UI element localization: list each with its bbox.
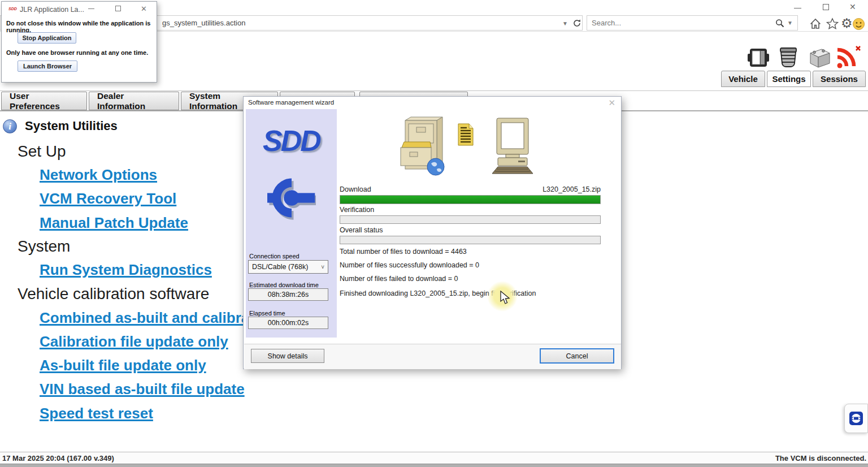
refresh-icon[interactable] (572, 19, 581, 28)
estimated-time-value: 08h:38m:26s (248, 288, 328, 301)
verification-progress-bar (340, 215, 601, 224)
launcher-title: JLR Application La... (20, 6, 84, 14)
file-cabinet-icon (395, 115, 452, 178)
download-label-row: Download L320_2005_15.zip (340, 185, 601, 193)
launcher-close-button[interactable]: ✕ (141, 5, 147, 13)
sdd-connector-logo (267, 172, 316, 223)
search-input[interactable] (587, 19, 775, 27)
browser-minimize-button[interactable] (794, 8, 801, 8)
launcher-minimize-button[interactable] (88, 8, 94, 9)
status-line-finished: Finished downloading L320_2005_15.zip, b… (340, 289, 536, 297)
download-progress-fill (340, 196, 600, 204)
overall-status-label: Overall status (340, 226, 383, 234)
status-line-total: Total number of files to download = 4463 (340, 248, 467, 256)
tab-user-preferences-label: User Preferences (10, 91, 79, 111)
section-heading-vehicle-calibration: Vehicle calibration software (18, 285, 209, 303)
bottom-edge-strip (0, 464, 868, 467)
search-box[interactable]: ▼ (587, 15, 798, 31)
link-run-system-diagnostics[interactable]: Run System Diagnostics (40, 261, 212, 279)
search-dropdown-icon[interactable]: ▼ (787, 20, 793, 26)
download-label: Download (340, 185, 371, 193)
remote-control-widget[interactable] (844, 404, 868, 433)
download-filename: L320_2005_15.zip (542, 185, 601, 193)
address-dropdown-icon[interactable]: ▼ (562, 20, 568, 27)
tab-user-preferences[interactable]: User Preferences (1, 92, 87, 110)
tab-dealer-information[interactable]: Dealer Information (89, 92, 179, 110)
tab-dealer-information-label: Dealer Information (97, 91, 171, 111)
link-as-built-file-update[interactable]: As-built file update only (40, 357, 206, 374)
status-bar: 17 Mar 2025 20:04 (167.00 v.349) The VCM… (0, 452, 868, 464)
settings-gear-icon[interactable]: ⚙ (841, 16, 853, 31)
section-heading-system: System (18, 237, 70, 256)
url-text: gs_system_utilities.action (162, 19, 245, 27)
favorites-star-icon[interactable] (826, 18, 839, 30)
status-line-success: Number of files successfully downloaded … (340, 261, 479, 269)
stop-application-button[interactable]: Stop Application (18, 32, 76, 44)
software-management-wizard-dialog: Software management wizard ✕ SDD (243, 96, 622, 369)
overall-progress-bar (340, 236, 601, 244)
tab-vehicle-label: Vehicle (728, 74, 758, 84)
show-details-button[interactable]: Show details (251, 349, 324, 363)
tab-sessions-label: Sessions (821, 74, 858, 84)
link-manual-patch-update[interactable]: Manual Patch Update (40, 214, 188, 232)
link-vcm-recovery-tool[interactable]: VCM Recovery Tool (40, 190, 176, 207)
sdd-mini-logo: SDD (8, 7, 17, 11)
tab-settings[interactable]: Settings (767, 71, 811, 87)
verification-label: Verification (340, 206, 374, 214)
elapsed-time-value: 00h:00m:02s (248, 317, 328, 329)
feedback-smiley-icon[interactable] (852, 18, 865, 31)
download-progress-bar (340, 195, 601, 204)
home-icon[interactable] (809, 18, 822, 30)
battery-icon (806, 46, 832, 69)
connector-icon (776, 46, 800, 69)
link-calibration-file-update[interactable]: Calibration file update only (40, 333, 228, 351)
computer-icon (487, 117, 539, 175)
launcher-warning-running: Do not close this window while the appli… (6, 20, 155, 33)
estimated-time-label: Estimated download time (249, 282, 319, 288)
status-line-failed: Number of files failed to download = 0 (340, 275, 458, 283)
cancel-button[interactable]: Cancel (540, 348, 614, 364)
section-heading-setup: Set Up (18, 142, 66, 161)
launch-browser-button[interactable]: Launch Browser (18, 60, 77, 72)
sdd-side-panel: SDD (246, 109, 337, 338)
launcher-maximize-button[interactable] (115, 6, 121, 11)
dialog-close-icon[interactable]: ✕ (608, 98, 615, 108)
link-speed-test-reset[interactable]: Speed test reset (40, 405, 153, 422)
info-icon: i (3, 119, 17, 133)
launcher-warning-browser: Only have one browser running at any one… (6, 49, 155, 56)
connection-speed-value: DSL/Cable (768k) (252, 263, 308, 271)
link-vin-based-as-built[interactable]: VIN based as-built file update (40, 380, 245, 398)
tab-sessions[interactable]: Sessions (813, 71, 866, 87)
browser-close-button[interactable]: ✕ (849, 2, 856, 11)
search-icon[interactable] (775, 18, 785, 28)
elapsed-time-label: Elapsed time (249, 310, 285, 317)
browser-maximize-button[interactable] (823, 4, 829, 10)
connection-speed-label: Connection speed (249, 253, 300, 260)
status-date-version: 17 Mar 2025 20:04 (167.00 v.349) (2, 454, 114, 462)
teamviewer-icon (849, 411, 863, 426)
vcm-icon (746, 46, 771, 69)
comms-error-icon (835, 45, 861, 69)
link-network-options[interactable]: Network Options (40, 166, 157, 184)
status-vcm-state: The VCM is disconnected. (775, 454, 866, 462)
tab-settings-label: Settings (772, 74, 805, 84)
dialog-title: Software management wizard (248, 99, 334, 106)
connection-speed-chevron-icon: ˅ (321, 264, 324, 270)
document-icon (457, 123, 474, 146)
sdd-logo-text: SDD (246, 124, 337, 158)
jlr-launcher-window: SDD JLR Application La... ✕ Do not close… (1, 1, 157, 83)
tab-vehicle[interactable]: Vehicle (721, 71, 765, 87)
page-title: System Utilities (25, 119, 118, 133)
connection-speed-select[interactable]: DSL/Cable (768k) ˅ (248, 260, 328, 274)
screen: ✕ gs_system_utilities.action ▼ ▼ ⚙ (0, 0, 868, 467)
